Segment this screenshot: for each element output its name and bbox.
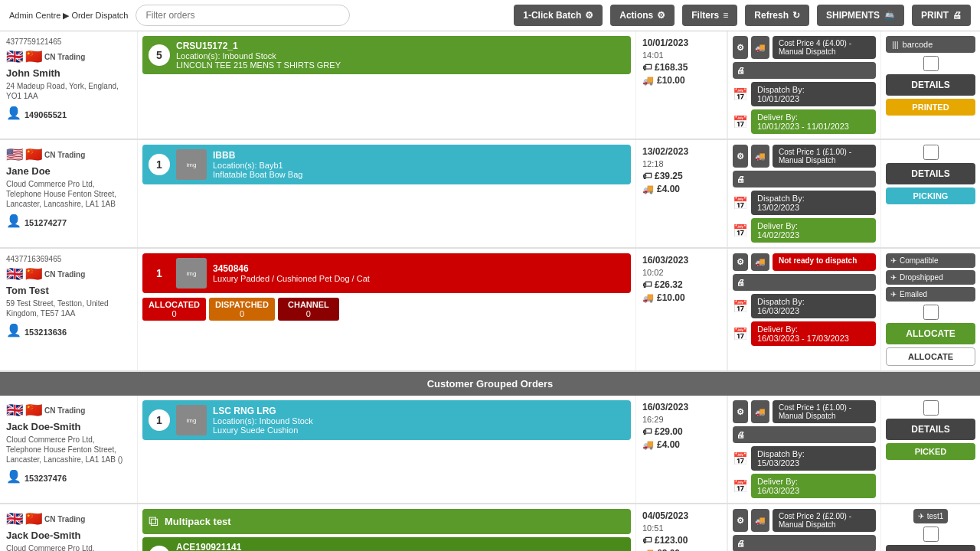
order-row: 4437716369465 🇬🇧 🇨🇳 CN Trading Tom Test … [0, 249, 980, 372]
actions-button[interactable]: Actions ⚙ [610, 5, 675, 26]
shipping-value: £10.00 [657, 292, 685, 303]
price-row: 🏷 £29.00 [642, 426, 720, 437]
gear-button[interactable]: ⚙ [733, 400, 748, 423]
calendar-icon: 📅 [733, 87, 748, 102]
price-icon: 🏷 [642, 279, 652, 290]
item-desc: Inflatable Boat Bow Bag [213, 170, 302, 179]
dispatch-by-row: 📅 Dispatch By: 15/03/2023 [733, 446, 876, 471]
print-action-button[interactable]: 🖨 [733, 62, 876, 79]
order-checkbox[interactable] [923, 305, 939, 320]
item-sku: IBBB [213, 150, 302, 161]
right-section: ✈ test1 DETAILS PRINTED [880, 504, 980, 551]
order-checkbox[interactable] [923, 56, 939, 71]
order-time: 10:51 [642, 523, 720, 533]
deliver-date: 16/03/2023 [757, 486, 870, 495]
compatible-tag: ✈ Compatible [886, 253, 975, 268]
order-row: 🇬🇧 🇨🇳 CN Trading Jack Doe-Smith Cloud Co… [0, 396, 980, 504]
customer-section: 4437716369465 🇬🇧 🇨🇳 CN Trading Tom Test … [0, 249, 138, 370]
deliver-by-row: 📅 Deliver By: 16/03/2023 [733, 474, 876, 498]
details-button[interactable]: DETAILS [886, 74, 975, 96]
print-action-button[interactable]: 🖨 [733, 426, 876, 443]
order-checkbox[interactable] [923, 145, 939, 160]
filter-input[interactable] [136, 5, 350, 26]
gear-button[interactable]: ⚙ [733, 253, 748, 271]
truck-button[interactable]: 🚚 [751, 253, 769, 271]
item-bar: 5 CRSU15172_1 Location(s): Inbound Stock… [142, 36, 631, 74]
not-ready-label: Not ready to dispatch [773, 253, 876, 271]
item-count: 1 [149, 262, 170, 284]
print-button[interactable]: PRINT 🖨 [912, 5, 971, 26]
order-checkbox[interactable] [923, 400, 939, 416]
truck-button[interactable]: 🚚 [751, 36, 769, 59]
refresh-button[interactable]: Refresh ↻ [745, 5, 809, 26]
truck-button[interactable]: 🚚 [751, 509, 769, 532]
shipments-button[interactable]: SHIPMENTS 🚢 [817, 5, 904, 26]
price-icon: 🏷 [642, 426, 652, 437]
gear-button[interactable]: ⚙ [733, 145, 748, 168]
truck-icon: 🚚 [642, 184, 654, 194]
dispatch-info: Dispatch By: 16/03/2023 [751, 294, 876, 318]
details-button[interactable]: DETAILS [886, 545, 975, 551]
dispatch-date: 13/02/2023 [757, 203, 870, 212]
cost-price-label: Cost Price 2 (£2.00) - Manual Dispatch [773, 509, 876, 532]
truck-icon: 🚚 [642, 548, 654, 551]
order-id: 149065521 [24, 110, 67, 119]
order-items-section: 1 img 3450846 Luxury Padded / Cushioned … [138, 249, 635, 370]
truck-icon: 🚚 [642, 75, 654, 86]
shipping-value: £4.00 [657, 439, 680, 450]
order-number: 4377759121465 [6, 37, 131, 46]
customer-name: Jack Doe-Smith [6, 530, 131, 541]
print-action-button[interactable]: 🖨 [733, 171, 876, 187]
item-desc: LINCOLN TEE 215 MENS T SHIRTS GREY [176, 60, 341, 70]
details-button[interactable]: DETAILS [886, 163, 975, 184]
actions-section: ⚙ 🚚 Cost Price 4 (£4.00) - Manual Dispat… [727, 31, 880, 139]
customer-section: 🇺🇸 🇨🇳 CN Trading Jane Doe Cloud Commerce… [0, 140, 138, 247]
right-section: DETAILS PICKING [880, 140, 980, 247]
dispatch-by-label: Dispatch By: [757, 85, 870, 94]
order-items-section: 5 CRSU15172_1 Location(s): Inbound Stock… [138, 31, 635, 139]
shipping-row: 🚚 £10.00 [642, 75, 720, 86]
dispatch-by-label: Dispatch By: [757, 449, 870, 458]
customer-flags: 🇺🇸 🇨🇳 CN Trading [6, 146, 131, 163]
barcode-button[interactable]: ||| barcode [886, 36, 975, 53]
deliver-date: 10/01/2023 - 11/01/2023 [757, 122, 870, 131]
cost-price-label: Cost Price 1 (£1.00) - Manual Dispatch [773, 400, 876, 423]
dispatch-date: 16/03/2023 [757, 306, 870, 315]
gear-button[interactable]: ⚙ [733, 36, 748, 59]
company-label: CN Trading [44, 406, 85, 415]
flag-uk-icon: 🇬🇧 [6, 402, 23, 419]
allocate-outline-button[interactable]: ALLOCATE [886, 347, 975, 366]
customer-flags: 🇬🇧 🇨🇳 CN Trading [6, 266, 131, 282]
gear-button[interactable]: ⚙ [733, 509, 748, 532]
actions-section: ⚙ 🚚 Cost Price 1 (£1.00) - Manual Dispat… [727, 396, 880, 503]
order-items-section: 1 img IBBB Location(s): Bayb1 Inflatable… [138, 140, 635, 247]
item-desc: Luxury Padded / Cushioned Pet Dog / Cat [213, 274, 370, 283]
order-time: 12:18 [642, 159, 720, 168]
company-label: CN Trading [44, 515, 85, 523]
print-action-button[interactable]: 🖨 [733, 535, 876, 551]
flag-cn-icon: 🇨🇳 [25, 266, 42, 282]
status-badge: PRINTED [886, 99, 975, 116]
top-bar: Admin Centre ▶ Order Dispatch 1-Click Ba… [0, 0, 980, 31]
truck-button[interactable]: 🚚 [751, 145, 769, 168]
order-date: 04/05/2023 [642, 510, 720, 521]
company-label: CN Trading [44, 151, 85, 159]
customer-section: 4377759121465 🇬🇧 🇨🇳 CN Trading John Smit… [0, 31, 138, 139]
shipping-value: £10.00 [657, 75, 685, 86]
price-row: 🏷 £123.00 [642, 535, 720, 546]
order-date: 16/03/2023 [642, 402, 720, 412]
batch-button[interactable]: 1-Click Batch ⚙ [514, 5, 603, 26]
details-button[interactable]: DETAILS [886, 419, 975, 440]
deliver-calendar-icon: 📅 [733, 223, 748, 238]
drop-icon: ✈ [890, 273, 897, 282]
truck-button[interactable]: 🚚 [751, 400, 769, 423]
price-row: 🏷 £26.32 [642, 279, 720, 290]
deliver-by-row: 📅 Deliver By: 14/02/2023 [733, 218, 876, 243]
print-action-button[interactable]: 🖨 [733, 274, 876, 291]
test-icon: ✈ [918, 512, 924, 520]
allocate-button[interactable]: ALLOCATE [886, 323, 975, 344]
deliver-info: Deliver By: 10/01/2023 - 11/01/2023 [751, 109, 876, 134]
order-checkbox[interactable] [923, 527, 939, 542]
main-content: 4377759121465 🇬🇧 🇨🇳 CN Trading John Smit… [0, 31, 980, 551]
filters-button[interactable]: Filters ≡ [682, 5, 737, 26]
